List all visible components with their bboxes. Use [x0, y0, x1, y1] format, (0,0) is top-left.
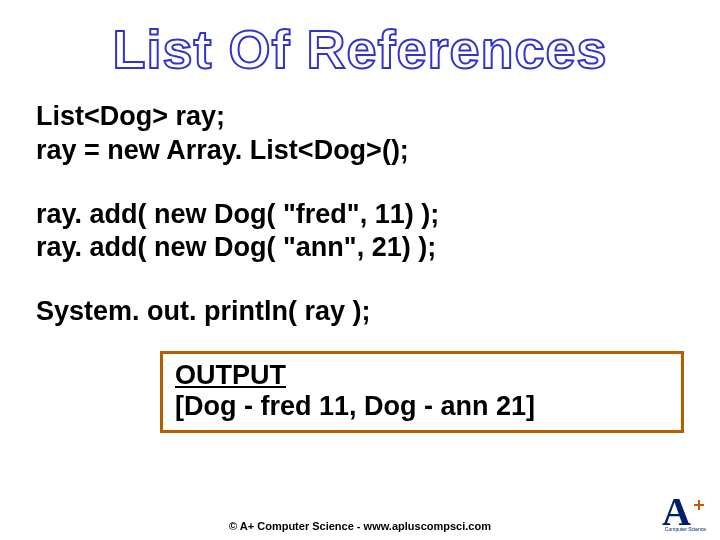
plus-icon [694, 500, 704, 510]
code-line: ray = new Array. List<Dog>(); [36, 134, 684, 168]
code-line: ray. add( new Dog( "ann", 21) ); [36, 231, 684, 265]
code-block: List<Dog> ray; ray = new Array. List<Dog… [0, 100, 720, 329]
code-line: ray. add( new Dog( "fred", 11) ); [36, 198, 684, 232]
logo: A Computer Science [662, 494, 706, 534]
output-label: OUTPUT [175, 360, 669, 391]
code-line: List<Dog> ray; [36, 100, 684, 134]
output-text: [Dog - fred 11, Dog - ann 21] [175, 391, 669, 422]
footer-copyright: © A+ Computer Science - www.apluscompsci… [0, 520, 720, 532]
slide-title: List Of References [0, 18, 720, 80]
code-line: System. out. println( ray ); [36, 295, 684, 329]
output-box: OUTPUT [Dog - fred 11, Dog - ann 21] [160, 351, 684, 433]
logo-subtext: Computer Science [665, 527, 706, 532]
